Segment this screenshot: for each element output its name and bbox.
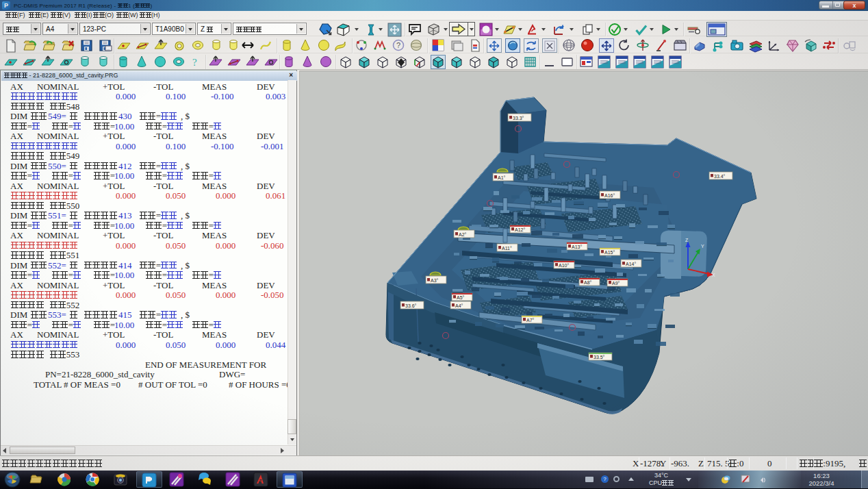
svg-text:33.6°: 33.6°: [405, 303, 417, 308]
svg-text:A5°: A5°: [457, 295, 465, 300]
svg-text:?: ?: [192, 57, 197, 68]
svg-text:33.4°: 33.4°: [714, 174, 726, 179]
svg-text:A4°: A4°: [455, 303, 463, 308]
svg-text:A11°: A11°: [502, 246, 512, 251]
svg-text:A14°: A14°: [626, 262, 636, 266]
svg-text:A12°: A12°: [515, 227, 525, 232]
svg-text:...: ...: [107, 47, 110, 51]
svg-text:?: ?: [396, 41, 400, 49]
svg-text:A10°: A10°: [559, 263, 569, 268]
svg-text:33.3°: 33.3°: [513, 116, 524, 121]
svg-text:A8°: A8°: [584, 280, 592, 285]
svg-text:A1°: A1°: [498, 175, 506, 180]
svg-text:Y: Y: [701, 244, 704, 249]
svg-text:Z: Z: [685, 238, 689, 242]
svg-text:A9°: A9°: [612, 281, 620, 286]
svg-text:A13°: A13°: [572, 244, 582, 249]
svg-text:A3°: A3°: [431, 278, 439, 283]
svg-text:A2°: A2°: [459, 232, 467, 237]
svg-text:A15°: A15°: [604, 250, 615, 255]
svg-text:A16°: A16°: [604, 193, 615, 198]
svg-text:33.5°: 33.5°: [593, 355, 605, 360]
svg-text:X: X: [712, 273, 715, 277]
svg-text:A7°: A7°: [526, 318, 535, 323]
